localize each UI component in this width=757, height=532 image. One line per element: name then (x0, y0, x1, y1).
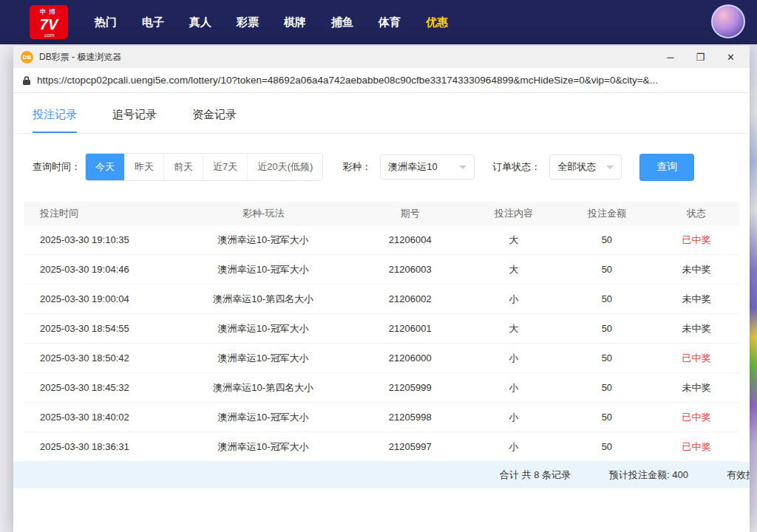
window-title: DB彩票 - 极速浏览器 (39, 51, 121, 64)
time-filter-group: 今天 昨天 前天 近7天 近20天(低频) (85, 153, 323, 181)
background-page-strip (750, 44, 757, 532)
cell-amount: 50 (560, 412, 654, 423)
cell-content: 大 (467, 263, 560, 276)
nav-item-lottery[interactable]: 彩票 (237, 16, 259, 30)
cell-issue: 21206001 (353, 323, 467, 334)
nav-item-hot[interactable]: 热门 (95, 16, 117, 30)
order-status-select[interactable]: 全部状态 (549, 154, 622, 180)
table-row: 2025-03-30 18:50:42 澳洲幸运10-冠军大小 21206000… (24, 344, 739, 373)
cell-issue: 21206004 (353, 234, 467, 245)
logo-suffix-text: .com (43, 33, 54, 38)
time-option-7days[interactable]: 近7天 (203, 154, 247, 180)
cell-issue: 21206000 (353, 352, 467, 364)
window-titlebar[interactable]: DB DB彩票 - 极速浏览器 ─ ❐ ✕ (13, 46, 750, 68)
logo-main-text: 7V (40, 17, 58, 33)
cell-time: 2025-03-30 18:40:02 (24, 412, 174, 423)
cell-issue: 21205998 (353, 412, 467, 423)
cell-amount: 50 (560, 352, 654, 364)
col-header-time: 投注时间 (24, 207, 174, 220)
time-option-yesterday[interactable]: 昨天 (124, 154, 163, 180)
cell-play: 澳洲幸运10-第四名大小 (174, 381, 353, 395)
maximize-button[interactable]: ❐ (696, 52, 705, 62)
lottery-filter-label: 彩种： (342, 160, 371, 174)
status-cell: 未中奖 (654, 381, 739, 395)
close-button[interactable]: ✕ (727, 52, 735, 62)
cell-amount: 50 (560, 264, 654, 275)
cell-content: 小 (467, 293, 560, 306)
cell-issue: 21206003 (353, 264, 467, 275)
cell-amount: 50 (560, 441, 654, 452)
site-nav-items: 热门 电子 真人 彩票 棋牌 捕鱼 体育 优惠 (95, 16, 448, 30)
cell-play: 澳洲幸运10-冠军大小 (174, 411, 353, 424)
table-row: 2025-03-30 19:10:35 澳洲幸运10-冠军大小 21206004… (24, 225, 739, 255)
lottery-select-value: 澳洲幸运10 (388, 160, 437, 174)
cell-amount: 50 (560, 382, 654, 393)
time-option-today[interactable]: 今天 (86, 154, 124, 180)
nav-item-live[interactable]: 真人 (189, 16, 211, 30)
cell-content: 大 (467, 322, 560, 335)
status-cell: 未中奖 (654, 263, 739, 276)
nav-item-promo[interactable]: 优惠 (426, 16, 448, 30)
lock-icon (22, 75, 31, 86)
col-header-issue: 期号 (353, 207, 467, 220)
tab-bet-records[interactable]: 投注记录 (33, 108, 77, 133)
cell-content: 小 (467, 411, 560, 424)
cell-content: 大 (467, 233, 560, 247)
cell-time: 2025-03-30 18:45:32 (24, 382, 174, 393)
tab-chase-records[interactable]: 追号记录 (112, 108, 157, 133)
nav-item-cards[interactable]: 棋牌 (284, 16, 306, 30)
table-header: 投注时间 彩种-玩法 期号 投注内容 投注金额 状态 (24, 202, 739, 225)
nav-item-fishing[interactable]: 捕鱼 (331, 16, 353, 30)
record-tabs: 投注记录 追号记录 资金记录 (13, 93, 750, 134)
site-logo[interactable]: 申博 7V .com (30, 5, 68, 39)
table-row: 2025-03-30 18:45:32 澳洲幸运10-第四名大小 2120599… (24, 373, 739, 403)
logo-top-text: 申博 (40, 7, 58, 17)
cell-time: 2025-03-30 19:00:04 (24, 293, 174, 304)
tab-fund-records[interactable]: 资金记录 (192, 108, 237, 133)
address-bar[interactable]: https://ctopcp02pcali.uengi5e.com/lotter… (13, 68, 750, 93)
table-row: 2025-03-30 19:00:04 澳洲幸运10-第四名大小 2120600… (24, 284, 739, 314)
user-avatar[interactable] (711, 4, 745, 38)
table-row: 2025-03-30 18:40:02 澳洲幸运10-冠军大小 21205998… (24, 403, 739, 432)
browser-window: DB DB彩票 - 极速浏览器 ─ ❐ ✕ https://ctopcp02pc… (13, 46, 750, 532)
order-status-value: 全部状态 (557, 160, 596, 174)
status-cell: 未中奖 (654, 322, 739, 335)
chevron-down-icon (606, 166, 614, 169)
summary-valid: 有效投注金 (727, 468, 750, 482)
col-header-status: 状态 (654, 207, 739, 220)
cell-play: 澳洲幸运10-冠军大小 (174, 440, 353, 454)
summary-total: 合计 共 8 条记录 (500, 468, 571, 482)
site-navbar: 申博 7V .com 热门 电子 真人 彩票 棋牌 捕鱼 体育 优惠 (0, 0, 757, 44)
cell-time: 2025-03-30 18:36:31 (24, 441, 174, 452)
cell-content: 小 (467, 440, 560, 454)
summary-expected: 预计投注金额: 400 (609, 468, 688, 482)
table-row: 2025-03-30 19:04:46 澳洲幸运10-冠军大小 21206003… (24, 255, 739, 284)
window-controls: ─ ❐ ✕ (667, 52, 742, 62)
col-header-play: 彩种-玩法 (174, 207, 353, 220)
cell-time: 2025-03-30 19:10:35 (24, 234, 174, 245)
cell-play: 澳洲幸运10-冠军大小 (174, 233, 353, 247)
time-option-daybefore[interactable]: 前天 (163, 154, 203, 180)
col-header-amount: 投注金额 (560, 207, 654, 220)
search-button[interactable]: 查询 (639, 154, 694, 181)
url-text[interactable]: https://ctopcp02pcali.uengi5e.com/lotter… (37, 75, 658, 86)
time-option-20days[interactable]: 近20天(低频) (247, 154, 322, 180)
cell-play: 澳洲幸运10-冠军大小 (174, 263, 353, 276)
page-content: 投注记录 追号记录 资金记录 查询时间： 今天 昨天 前天 近7天 近20天(低… (13, 93, 750, 532)
nav-item-slots[interactable]: 电子 (142, 16, 164, 30)
cell-issue: 21206002 (353, 293, 467, 304)
lottery-select[interactable]: 澳洲幸运10 (380, 154, 475, 180)
status-filter-label: 订单状态： (492, 160, 540, 174)
minimize-button[interactable]: ─ (667, 52, 673, 62)
status-cell: 未中奖 (654, 293, 739, 306)
cell-amount: 50 (560, 323, 654, 334)
filter-bar: 查询时间： 今天 昨天 前天 近7天 近20天(低频) 彩种： 澳洲幸运10 订… (13, 134, 750, 181)
nav-item-sports[interactable]: 体育 (378, 16, 401, 30)
status-cell: 已中奖 (654, 440, 739, 454)
status-cell: 已中奖 (654, 411, 739, 424)
cell-content: 小 (467, 352, 560, 365)
cell-issue: 21205997 (353, 441, 467, 452)
cell-time: 2025-03-30 19:04:46 (24, 264, 174, 275)
summary-bar: 合计 共 8 条记录 预计投注金额: 400 有效投注金 (13, 462, 750, 488)
cell-amount: 50 (560, 293, 654, 304)
